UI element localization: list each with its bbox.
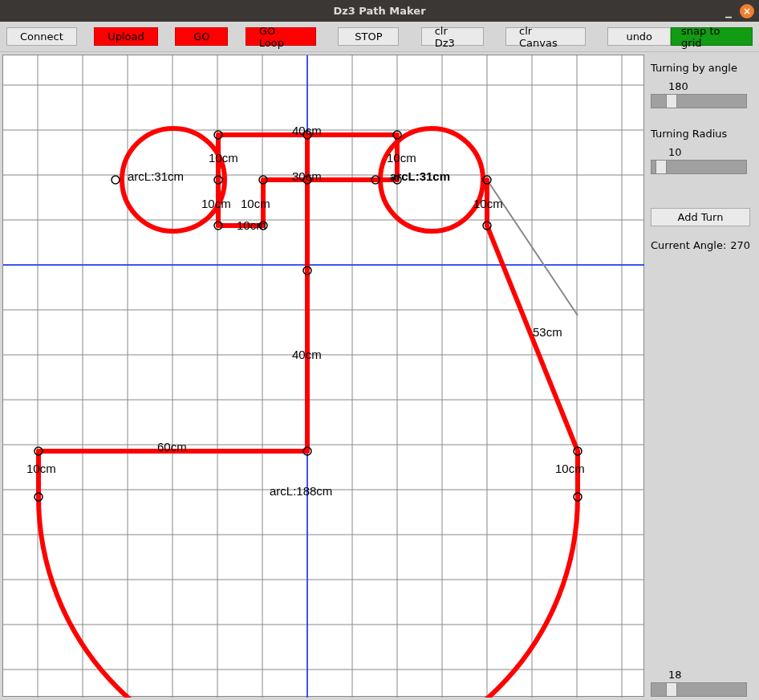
close-icon[interactable]: ×	[740, 4, 754, 18]
svg-text:10cm: 10cm	[209, 151, 238, 165]
svg-text:10cm: 10cm	[241, 197, 270, 210]
svg-text:arcL:188cm: arcL:188cm	[270, 484, 332, 498]
svg-text:53cm: 53cm	[533, 325, 562, 339]
bottom-slider-value: 18	[668, 669, 747, 681]
current-angle-label: Current Angle:	[651, 239, 726, 251]
turning-angle-value: 180	[668, 80, 750, 92]
turning-angle-slider[interactable]	[651, 94, 747, 108]
svg-text:arcL:31cm: arcL:31cm	[390, 169, 450, 183]
svg-text:60cm: 60cm	[157, 440, 187, 454]
stop-button[interactable]: STOP	[338, 27, 399, 46]
turning-radius-slider[interactable]	[651, 160, 747, 174]
svg-text:10cm: 10cm	[387, 151, 416, 165]
svg-text:10cm: 10cm	[201, 197, 231, 210]
window-title: Dz3 Path Maker	[0, 5, 759, 17]
side-panel: Turning by angle 180 Turning Radius 10 A…	[644, 52, 757, 700]
clrdz3-button[interactable]: clr Dz3	[421, 27, 484, 46]
add-turn-button[interactable]: Add Turn	[651, 208, 750, 226]
turning-radius-label: Turning Radius	[651, 128, 750, 140]
goloop-button[interactable]: GO Loop	[246, 27, 316, 46]
current-angle-value: 270	[730, 239, 750, 251]
svg-text:10cm: 10cm	[473, 197, 503, 210]
svg-text:10cm: 10cm	[237, 218, 266, 232]
main-area: arcL:31cm10cm10cm10cm10cm40cm30cm10cmarc…	[0, 52, 759, 700]
bottom-slider[interactable]	[651, 682, 747, 697]
svg-point-66	[112, 176, 120, 184]
svg-text:40cm: 40cm	[292, 124, 322, 137]
minimize-icon[interactable]: _	[725, 7, 732, 15]
turning-radius-value: 10	[668, 146, 750, 158]
upload-button[interactable]: Upload	[94, 27, 158, 46]
undo-button[interactable]: undo	[607, 27, 671, 46]
canvas-svg[interactable]: arcL:31cm10cm10cm10cm10cm40cm30cm10cmarc…	[3, 55, 645, 698]
drawing-canvas[interactable]: arcL:31cm10cm10cm10cm10cm40cm30cm10cmarc…	[2, 55, 644, 697]
snap-button[interactable]: snap to grid	[671, 27, 753, 46]
go-button[interactable]: GO	[175, 27, 228, 46]
connect-button[interactable]: Connect	[6, 27, 77, 46]
clrcanvas-button[interactable]: clr Canvas	[505, 27, 586, 46]
titlebar: Dz3 Path Maker _ ×	[0, 0, 759, 22]
svg-text:10cm: 10cm	[26, 462, 56, 475]
svg-text:40cm: 40cm	[292, 348, 322, 361]
toolbar: Connect Upload GO GO Loop STOP clr Dz3 c…	[0, 22, 759, 52]
svg-text:30cm: 30cm	[292, 169, 322, 183]
svg-text:arcL:31cm: arcL:31cm	[128, 169, 184, 183]
svg-text:10cm: 10cm	[555, 462, 585, 475]
turning-angle-label: Turning by angle	[651, 62, 750, 74]
